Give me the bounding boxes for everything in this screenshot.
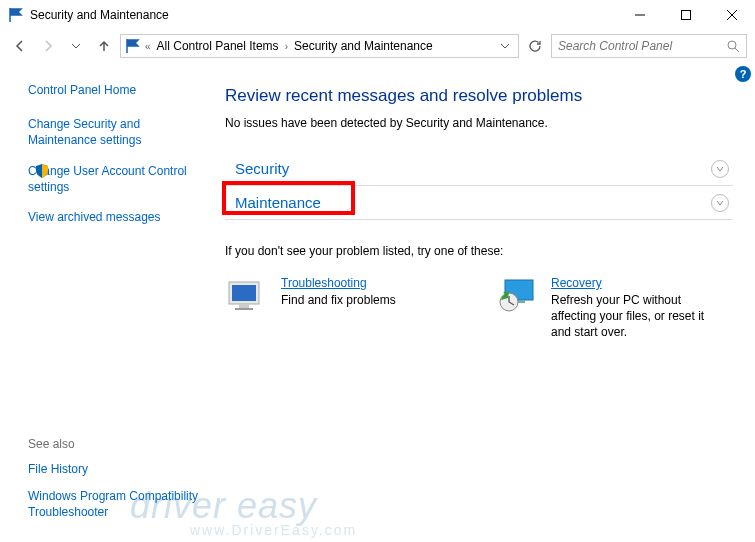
troubleshooting-link[interactable]: Troubleshooting [281,276,396,290]
recovery-desc: Refresh your PC without affecting your f… [551,292,725,341]
maintenance-label: Maintenance [235,194,321,211]
forward-button[interactable] [36,34,60,58]
back-button[interactable] [8,34,32,58]
change-uac-settings-link[interactable]: Change User Account Control settings [28,163,201,195]
shield-icon [34,163,50,179]
main-panel: Review recent messages and resolve probl… [215,72,755,542]
minimize-button[interactable] [617,0,663,30]
chevron-down-icon[interactable] [711,194,729,212]
svg-point-4 [728,41,736,49]
search-input[interactable] [558,39,726,53]
breadcrumb-overflow[interactable]: « [143,41,153,52]
flag-icon [125,38,141,54]
breadcrumb-item[interactable]: All Control Panel Items [153,39,283,53]
troubleshooting-icon [225,276,269,316]
file-history-link[interactable]: File History [28,461,201,477]
window-controls [617,0,755,30]
recovery-tile[interactable]: Recovery Refresh your PC without affecti… [495,276,725,341]
action-tiles: Troubleshooting Find and fix problems Re… [225,276,733,341]
content-area: Control Panel Home Change Security and M… [0,72,755,542]
page-heading: Review recent messages and resolve probl… [225,86,733,106]
security-section[interactable]: Security [225,152,733,186]
recovery-link[interactable]: Recovery [551,276,725,290]
maximize-button[interactable] [663,0,709,30]
chevron-right-icon: › [283,41,290,52]
search-box[interactable] [551,34,747,58]
address-bar[interactable]: « All Control Panel Items › Security and… [120,34,519,58]
svg-rect-9 [235,308,253,310]
maintenance-section[interactable]: Maintenance [225,186,733,220]
close-button[interactable] [709,0,755,30]
breadcrumb-item[interactable]: Security and Maintenance [290,39,437,53]
recovery-icon [495,276,539,316]
see-also-header: See also [28,437,201,451]
security-label: Security [235,160,289,177]
svg-rect-7 [232,285,256,301]
recent-dropdown[interactable] [64,34,88,58]
see-also: See also File History Windows Program Co… [28,437,201,530]
sidebar: Control Panel Home Change Security and M… [0,72,215,542]
troubleshooting-desc: Find and fix problems [281,292,396,308]
status-text: No issues have been detected by Security… [225,116,733,130]
svg-line-5 [735,48,739,52]
titlebar: Security and Maintenance [0,0,755,30]
svg-rect-1 [682,11,691,20]
address-dropdown[interactable] [496,41,514,51]
change-security-settings-link[interactable]: Change Security and Maintenance settings [28,116,201,148]
try-one-text: If you don't see your problem listed, tr… [225,244,733,258]
up-button[interactable] [92,34,116,58]
nav-row: « All Control Panel Items › Security and… [0,30,755,62]
view-archived-messages-link[interactable]: View archived messages [28,209,201,225]
chevron-down-icon[interactable] [711,160,729,178]
window-title: Security and Maintenance [30,8,169,22]
compatibility-troubleshooter-link[interactable]: Windows Program Compatibility Troublesho… [28,488,201,520]
refresh-button[interactable] [523,34,547,58]
control-panel-home-link[interactable]: Control Panel Home [28,82,201,98]
search-icon[interactable] [726,39,740,53]
svg-rect-8 [239,304,249,308]
flag-icon [8,7,24,23]
troubleshooting-tile[interactable]: Troubleshooting Find and fix problems [225,276,455,341]
